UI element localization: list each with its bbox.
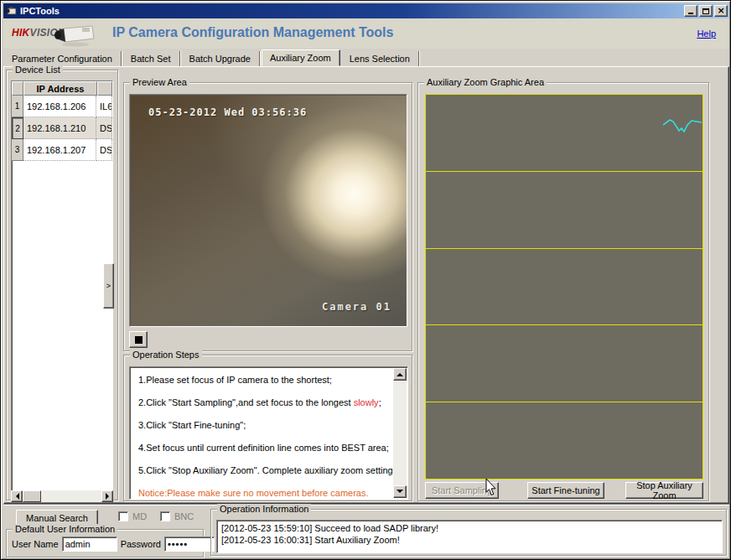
step-3: 3.Click "Start Fine-tuning"; bbox=[138, 420, 390, 430]
tab-batch-upgrade[interactable]: Batch Upgrade bbox=[182, 51, 260, 66]
md-checkbox-wrap: MD bbox=[118, 511, 147, 521]
preview-timestamp: 05-23-2012 Wed 03:56:36 bbox=[148, 106, 307, 118]
password-label: Password bbox=[121, 539, 161, 549]
default-user-group-label: Default User Information bbox=[13, 524, 117, 534]
start-fine-tuning-button[interactable]: Start Fine-tuning bbox=[527, 482, 604, 499]
row-number: 1 bbox=[12, 96, 23, 117]
title-bar[interactable]: IPCTools × bbox=[3, 3, 729, 18]
scroll-left-button[interactable] bbox=[11, 490, 23, 502]
model-cell: DS2 bbox=[96, 139, 112, 161]
graph-band-4 bbox=[425, 324, 703, 402]
model-cell: IL6( bbox=[96, 96, 112, 117]
operation-steps-scrollbar[interactable] bbox=[393, 368, 407, 498]
operation-steps-group: Operation Steps 1.Please set focus of IP… bbox=[123, 355, 412, 501]
graph-band-1 bbox=[425, 94, 703, 172]
help-link[interactable]: Help bbox=[697, 29, 716, 39]
device-table: IP Address 1 192.168.1.206 IL6( 2 192.16… bbox=[11, 80, 113, 500]
auxiliary-zoom-canvas bbox=[425, 94, 703, 480]
bnc-checkbox-wrap: BNC bbox=[160, 511, 194, 521]
tab-batch-set[interactable]: Batch Set bbox=[123, 51, 180, 66]
triangle-down-icon bbox=[397, 490, 403, 496]
minimize-icon bbox=[688, 13, 693, 14]
app-header: HIKVISION IP Camera Configuration Manage… bbox=[3, 18, 729, 49]
operation-log: [2012-05-23 15:59:10] Succeed to load SA… bbox=[216, 520, 723, 553]
logo-text-red: HIK bbox=[12, 27, 30, 39]
table-row-selected[interactable]: 2 192.168.1.210 DS- bbox=[12, 117, 112, 139]
device-list-horizontal-scrollbar[interactable] bbox=[11, 490, 113, 502]
page-title: IP Camera Configuration Management Tools bbox=[112, 25, 393, 40]
definition-line-waveform bbox=[663, 117, 702, 137]
table-row[interactable]: 1 192.168.1.206 IL6( bbox=[12, 96, 112, 117]
md-checkbox-label: MD bbox=[132, 511, 147, 521]
md-checkbox[interactable] bbox=[118, 511, 128, 521]
app-icon bbox=[5, 6, 17, 16]
table-row[interactable]: 3 192.168.1.207 DS2 bbox=[12, 139, 112, 161]
model-header[interactable] bbox=[97, 81, 112, 96]
device-list-expander-button[interactable]: > bbox=[103, 263, 114, 309]
ip-address-cell: 192.168.1.210 bbox=[23, 117, 96, 139]
default-user-group: Default User Information User Name Passw… bbox=[6, 529, 204, 557]
step-5: 5.Click "Stop Auxiliary Zoom". Complete … bbox=[138, 465, 390, 475]
operation-steps-text: 1.Please set focus of IP camera to the s… bbox=[131, 368, 393, 498]
auxiliary-zoom-graphic-group: Auxiliary Zoom Graphic Area Start Sampli… bbox=[417, 82, 709, 501]
row-number: 2 bbox=[12, 117, 23, 139]
maximize-button[interactable] bbox=[699, 5, 713, 17]
log-line: [2012-05-23 16:00:31] Start Auxiliary Zo… bbox=[221, 534, 718, 546]
password-input[interactable] bbox=[164, 537, 215, 552]
minimize-button[interactable] bbox=[684, 5, 697, 17]
username-label: User Name bbox=[12, 539, 59, 549]
device-list-group: Device List IP Address 1 192.168.1.206 I… bbox=[6, 70, 118, 500]
stop-auxiliary-zoom-button[interactable]: Stop Auxiliary Zoom bbox=[625, 482, 703, 499]
ip-address-header[interactable]: IP Address bbox=[23, 81, 97, 96]
operation-information-group-label: Operation Information bbox=[217, 504, 311, 514]
operation-steps-group-label: Operation Steps bbox=[130, 350, 202, 360]
triangle-left-icon bbox=[13, 493, 19, 500]
preview-area-group: Preview Area 05-23-2012 Wed 03:56:36 Cam… bbox=[123, 82, 412, 351]
tab-auxiliary-zoom[interactable]: Auxiliary Zoom bbox=[262, 49, 340, 66]
camera-preview-image: 05-23-2012 Wed 03:56:36 Camera 01 bbox=[129, 94, 407, 327]
operation-steps-textbox: 1.Please set focus of IP camera to the s… bbox=[129, 366, 408, 500]
camera-image bbox=[50, 22, 99, 47]
model-cell: DS- bbox=[96, 117, 112, 139]
bottom-divider bbox=[3, 504, 729, 506]
step-4: 4.Set focus until current definition lin… bbox=[138, 443, 390, 453]
scroll-up-button[interactable] bbox=[393, 368, 407, 381]
log-line: [2012-05-23 15:59:10] Succeed to load SA… bbox=[221, 522, 718, 534]
step-2-text: 2.Click "Start Sampling",and set focus t… bbox=[138, 397, 354, 407]
start-sampling-button[interactable]: Start Sampling bbox=[425, 482, 499, 499]
preview-area-group-label: Preview Area bbox=[130, 77, 189, 87]
graph-band-5 bbox=[425, 402, 703, 480]
row-number-header[interactable] bbox=[12, 81, 23, 96]
device-list-group-label: Device List bbox=[13, 65, 63, 75]
window-title: IPCTools bbox=[20, 6, 60, 16]
step-2-highlight: slowly bbox=[354, 397, 379, 407]
bnc-checkbox-label: BNC bbox=[174, 511, 194, 521]
stop-preview-button[interactable] bbox=[129, 331, 148, 348]
app-window: IPCTools × HIKVISION IP Camera Configura… bbox=[0, 0, 731, 560]
triangle-up-icon bbox=[397, 370, 403, 376]
operation-information-group: Operation Information [2012-05-23 15:59:… bbox=[210, 509, 727, 556]
preview-camera-label: Camera 01 bbox=[322, 301, 391, 313]
bnc-checkbox[interactable] bbox=[160, 511, 170, 521]
notice-line-1: Notice:Please make sure no movement befo… bbox=[138, 488, 390, 498]
maximize-icon bbox=[702, 8, 709, 14]
close-icon: × bbox=[717, 6, 724, 15]
scrollbar-thumb[interactable] bbox=[23, 490, 41, 502]
close-button[interactable]: × bbox=[714, 5, 728, 17]
triangle-right-icon bbox=[106, 493, 112, 500]
ip-address-cell: 192.168.1.207 bbox=[23, 139, 96, 161]
auxiliary-zoom-group-label: Auxiliary Zoom Graphic Area bbox=[424, 77, 547, 87]
step-1: 1.Please set focus of IP camera to the s… bbox=[138, 375, 390, 385]
step-2-suffix: ; bbox=[379, 397, 381, 407]
username-input[interactable] bbox=[62, 537, 117, 552]
step-2: 2.Click "Start Sampling",and set focus t… bbox=[138, 397, 390, 407]
tab-lens-selection[interactable]: Lens Selection bbox=[342, 51, 419, 66]
row-number: 3 bbox=[12, 139, 23, 161]
scroll-right-button[interactable] bbox=[101, 490, 113, 502]
scroll-down-button[interactable] bbox=[393, 485, 407, 498]
stop-icon bbox=[135, 336, 143, 344]
graph-band-3 bbox=[425, 248, 703, 326]
ip-address-cell: 192.168.1.206 bbox=[23, 96, 96, 117]
device-table-header: IP Address bbox=[12, 81, 112, 96]
graph-band-2 bbox=[425, 171, 703, 249]
